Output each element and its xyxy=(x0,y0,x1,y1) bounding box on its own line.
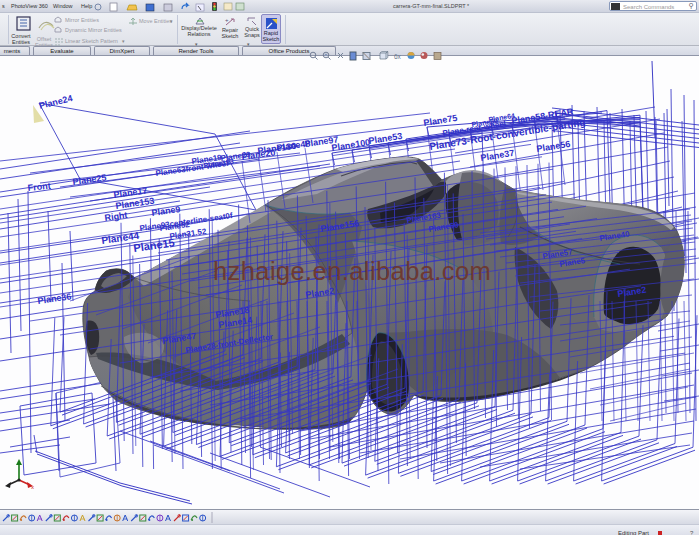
svg-text:Plane56: Plane56 xyxy=(536,139,571,154)
svg-text:hzhaige.en.alibaba.com: hzhaige.en.alibaba.com xyxy=(213,257,491,285)
svg-text:Right: Right xyxy=(104,210,128,223)
svg-text:Front: Front xyxy=(27,181,51,193)
svg-text:Plane36: Plane36 xyxy=(37,291,72,306)
svg-text:Plane9: Plane9 xyxy=(151,204,181,218)
svg-text:x: x xyxy=(31,484,34,490)
svg-text:Plane37: Plane37 xyxy=(480,148,515,163)
svg-text:6x: 6x xyxy=(394,53,402,60)
svg-text:+: + xyxy=(225,17,229,23)
